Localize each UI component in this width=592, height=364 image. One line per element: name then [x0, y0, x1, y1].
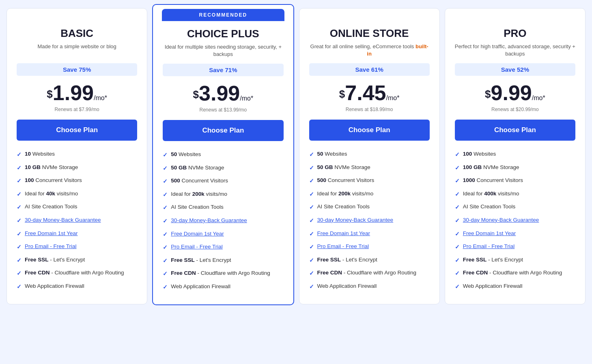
feature-item: ✓50 Websites: [163, 151, 283, 159]
money-back-link[interactable]: 30-day Money-Back Guarantee: [317, 217, 394, 223]
feature-item: ✓30-day Money-Back Guarantee: [17, 216, 137, 225]
feature-text: AI Site Creation Tools: [317, 203, 370, 211]
check-icon: ✓: [455, 257, 460, 265]
feature-item: ✓Free CDN - Cloudflare with Argo Routing: [163, 270, 283, 278]
plan-basic: BASIC Made for a simple website or blog …: [6, 8, 147, 304]
check-icon: ✓: [309, 203, 314, 212]
check-icon: ✓: [455, 217, 460, 225]
feature-item: ✓100 GB NVMe Storage: [455, 164, 575, 172]
check-icon: ✓: [163, 178, 168, 186]
feature-item: ✓Ideal for 200k visits/mo: [163, 191, 283, 199]
check-icon: ✓: [163, 231, 168, 239]
check-icon: ✓: [455, 270, 460, 278]
feature-text: 1000 Concurrent Visitors: [463, 177, 523, 184]
feature-item: ✓500 Concurrent Visitors: [309, 177, 430, 185]
pro-email-link[interactable]: Pro Email - Free Trial: [463, 243, 515, 249]
pro-email-link[interactable]: Pro Email - Free Trial: [25, 243, 77, 249]
free-domain-link[interactable]: Free Domain 1st Year: [463, 230, 516, 236]
feature-item: ✓Web Application Firewall: [309, 283, 430, 291]
pro-email-link[interactable]: Pro Email - Free Trial: [317, 243, 369, 249]
plan-online-store-amount: 7.45: [345, 81, 386, 105]
feature-item: ✓Ideal for 40k visits/mo: [17, 190, 137, 199]
feature-item: ✓Free SSL - Let's Encrypt: [163, 257, 283, 265]
feature-item: ✓Free Domain 1st Year: [455, 230, 575, 238]
check-icon: ✓: [455, 164, 460, 172]
plan-pro-cta[interactable]: Choose Plan: [455, 120, 575, 141]
check-icon: ✓: [17, 151, 22, 159]
feature-item: ✓Web Application Firewall: [163, 283, 283, 291]
plan-basic-desc: Made for a simple website or blog: [17, 43, 137, 59]
plan-pro-period: /mo*: [532, 94, 545, 101]
check-icon: ✓: [163, 283, 168, 291]
feature-text: Ideal for 40k visits/mo: [25, 190, 78, 198]
feature-text: AI Site Creation Tools: [25, 203, 77, 211]
feature-item: ✓Free Domain 1st Year: [309, 230, 430, 238]
free-domain-link[interactable]: Free Domain 1st Year: [171, 231, 224, 237]
feature-item: ✓30-day Money-Back Guarantee: [163, 217, 283, 225]
feature-item: ✓Pro Email - Free Trial: [17, 243, 137, 251]
feature-text: Pro Email - Free Trial: [25, 243, 77, 251]
feature-item: ✓Free Domain 1st Year: [163, 230, 283, 239]
check-icon: ✓: [17, 283, 22, 291]
feature-item: ✓AI Site Creation Tools: [309, 203, 430, 212]
check-icon: ✓: [309, 270, 314, 278]
check-icon: ✓: [455, 230, 460, 238]
plan-basic-title: BASIC: [17, 27, 137, 40]
plan-basic-features: ✓10 Websites ✓10 GB NVMe Storage ✓100 Co…: [17, 150, 137, 291]
money-back-link[interactable]: 30-day Money-Back Guarantee: [25, 217, 101, 223]
plan-pro-amount: 9.99: [491, 81, 532, 105]
free-domain-link[interactable]: Free Domain 1st Year: [25, 230, 78, 236]
feature-text: Web Application Firewall: [25, 283, 84, 290]
feature-text: 10 GB NVMe Storage: [25, 164, 78, 171]
check-icon: ✓: [163, 244, 168, 252]
money-back-link[interactable]: 30-day Money-Back Guarantee: [171, 217, 247, 223]
plan-online-store-cta[interactable]: Choose Plan: [309, 120, 430, 141]
check-icon: ✓: [17, 217, 22, 225]
check-icon: ✓: [309, 217, 314, 225]
plan-basic-cta[interactable]: Choose Plan: [17, 120, 137, 141]
check-icon: ✓: [17, 191, 22, 199]
plan-choice-plus-features: ✓50 Websites ✓50 GB NVMe Storage ✓500 Co…: [163, 151, 283, 291]
feature-item: ✓Free CDN - Cloudflare with Argo Routing: [17, 269, 137, 278]
check-icon: ✓: [17, 177, 22, 185]
plan-pro-save: Save 52%: [455, 63, 575, 76]
feature-item: ✓100 Websites: [455, 150, 575, 159]
plan-pro: PRO Perfect for high traffic, advanced s…: [445, 8, 586, 304]
check-icon: ✓: [17, 243, 22, 251]
feature-item: ✓Ideal for 200k visits/mo: [309, 190, 430, 199]
feature-item: ✓500 Concurrent Visitors: [163, 177, 283, 186]
feature-text: Ideal for 200k visits/mo: [317, 190, 374, 198]
plan-basic-price: $1.99/mo*: [17, 81, 137, 105]
money-back-link[interactable]: 30-day Money-Back Guarantee: [463, 217, 539, 223]
plan-choice-plus-desc: Ideal for multiple sites needing storage…: [163, 43, 283, 60]
feature-text: Free CDN - Cloudflare with Argo Routing: [171, 270, 270, 277]
feature-text: Pro Email - Free Trial: [317, 243, 369, 251]
plan-choice-plus-title: CHOICE PLUS: [163, 28, 283, 40]
check-icon: ✓: [17, 164, 22, 172]
feature-item: ✓Web Application Firewall: [17, 283, 137, 291]
check-icon: ✓: [309, 177, 314, 185]
plan-online-store: ONLINE STORE Great for all online sellin…: [299, 8, 440, 304]
feature-item: ✓Free CDN - Cloudflare with Argo Routing: [455, 269, 575, 278]
feature-text: AI Site Creation Tools: [463, 203, 516, 211]
pro-email-link[interactable]: Pro Email - Free Trial: [171, 244, 223, 250]
plan-choice-plus-cta[interactable]: Choose Plan: [163, 120, 283, 141]
feature-text: 500 Concurrent Visitors: [317, 177, 375, 184]
plan-basic-renews: Renews at $7.99/mo: [17, 107, 137, 112]
feature-text: 50 GB NVMe Storage: [317, 164, 370, 171]
feature-text: Web Application Firewall: [463, 283, 523, 290]
plan-online-store-renews: Renews at $18.99/mo: [309, 107, 430, 112]
check-icon: ✓: [455, 203, 460, 212]
feature-item: ✓10 GB NVMe Storage: [17, 164, 137, 172]
free-domain-link[interactable]: Free Domain 1st Year: [317, 230, 370, 236]
plan-online-store-price: $7.45/mo*: [309, 81, 430, 105]
feature-item: ✓Pro Email - Free Trial: [455, 243, 575, 251]
feature-text: AI Site Creation Tools: [171, 203, 224, 211]
plan-online-store-title: ONLINE STORE: [309, 27, 430, 40]
feature-text: Free CDN - Cloudflare with Argo Routing: [463, 269, 562, 277]
feature-text: Web Application Firewall: [171, 283, 230, 291]
feature-text: 10 Websites: [25, 150, 55, 158]
plan-basic-amount: 1.99: [53, 81, 94, 105]
check-icon: ✓: [455, 191, 460, 199]
highlight-text: built-in: [367, 43, 428, 57]
